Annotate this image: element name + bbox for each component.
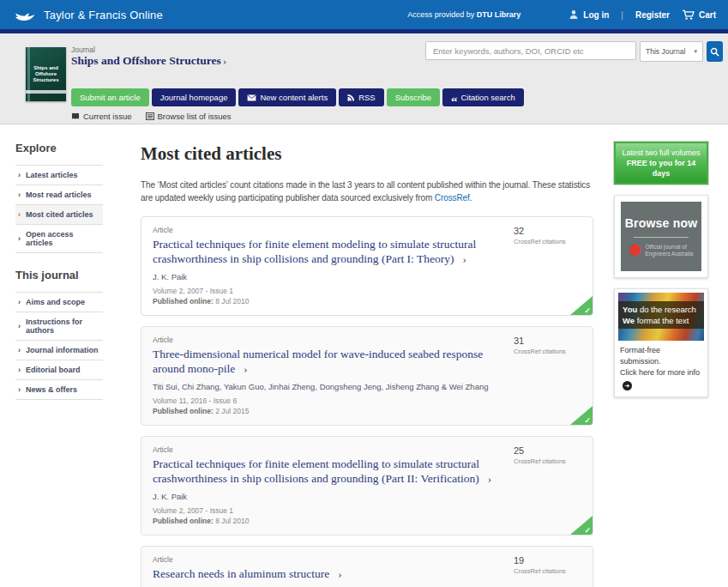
format-banner-artwork: You do the research We format the text xyxy=(618,293,704,341)
page-description: The ‘Most cited articles’ count citation… xyxy=(141,179,593,204)
journal-cover-image[interactable]: Ships and Offshore Structures xyxy=(26,47,66,101)
crossref-link[interactable]: CrossRef xyxy=(435,193,470,203)
cart-icon xyxy=(682,9,695,21)
sidebar-item-editorial-board[interactable]: › Editorial board xyxy=(15,360,103,380)
issue-links-row: Current issue Browse list of issues xyxy=(71,112,232,121)
subscribe-button[interactable]: Subscribe xyxy=(387,88,440,106)
sidebar-item-most-cited-articles[interactable]: › Most cited articles xyxy=(15,205,103,225)
page-title: Most cited articles xyxy=(141,143,593,165)
taylor-francis-logo-icon xyxy=(13,8,37,22)
arrow-right-icon: ➜ xyxy=(623,381,632,390)
chevron-right-icon: › xyxy=(488,472,491,485)
chevron-right-icon: › xyxy=(18,171,21,179)
article-type-label: Article xyxy=(153,555,507,564)
access-org: DTU Library xyxy=(477,10,521,19)
browse-now-banner[interactable]: Browse now ⬢ Official journal of Enginee… xyxy=(614,195,708,278)
taylor-francis-home-link[interactable]: Taylor & Francis Online xyxy=(13,8,163,22)
article-issue-link[interactable]: Volume 11, 2016 - Issue 6 xyxy=(153,396,507,405)
article-title-link[interactable]: Practical techniques for finite element … xyxy=(153,457,507,486)
article-type-label: Article xyxy=(153,445,507,454)
chevron-right-icon: › xyxy=(462,252,466,265)
this-journal-list: › Aims and scope › Instructions for auth… xyxy=(15,292,103,400)
article-title-link[interactable]: Three-dimensional numerical model for wa… xyxy=(153,347,507,376)
divider xyxy=(634,237,689,238)
cart-link[interactable]: Cart xyxy=(682,9,716,21)
book-icon xyxy=(71,112,80,120)
article-card: Article Three-dimensional numerical mode… xyxy=(141,326,593,426)
search-input[interactable] xyxy=(425,41,636,60)
chevron-right-icon: › xyxy=(18,322,21,330)
journal-actions-row: Submit an article Journal homepage New c… xyxy=(71,88,524,106)
login-link[interactable]: Log in xyxy=(569,9,609,20)
chevron-right-icon: › xyxy=(18,234,21,243)
article-list: Article Practical techniques for finite … xyxy=(141,216,593,587)
format-banner-caption: Format-free submission. Click here for m… xyxy=(618,341,704,393)
chevron-down-icon: ▾ xyxy=(694,48,697,55)
submit-article-button[interactable]: Submit an article xyxy=(71,88,149,106)
citation-count-block: 31 CrossRef citations xyxy=(514,336,582,355)
free-trial-banner[interactable]: Latest two full volumes FREE to you for … xyxy=(614,142,708,185)
page-content: Explore › Latest articles › Most read ar… xyxy=(0,124,728,587)
citation-count-label: CrossRef citations xyxy=(514,457,582,465)
chevron-right-icon: › xyxy=(244,362,247,375)
right-rail: Latest two full volumes FREE to you for … xyxy=(614,142,708,397)
search-area: This Journal ▾ xyxy=(425,41,723,62)
search-button[interactable] xyxy=(707,41,723,62)
citation-count-label: CrossRef citations xyxy=(514,238,582,245)
explore-list: › Latest articles › Most read articles ›… xyxy=(15,165,103,253)
sidebar: Explore › Latest articles › Most read ar… xyxy=(15,142,103,400)
current-issue-link[interactable]: Current issue xyxy=(71,112,132,121)
format-free-banner[interactable]: You do the research We format the text F… xyxy=(614,288,708,397)
article-issue-link[interactable]: Volume 2, 2007 - Issue 1 xyxy=(153,287,507,295)
article-issue-link[interactable]: Volume 2, 2007 - Issue 1 xyxy=(153,506,507,515)
chevron-right-icon: › xyxy=(18,385,21,394)
article-title-link[interactable]: Practical techniques for finite element … xyxy=(153,237,507,266)
article-published: Published online: 8 Jul 2010 xyxy=(153,297,507,306)
sidebar-item-latest-articles[interactable]: › Latest articles xyxy=(15,166,103,185)
divider: | xyxy=(621,10,623,20)
list-icon xyxy=(146,112,154,120)
sidebar-item-news-offers[interactable]: › News & offers xyxy=(15,380,103,400)
chevron-right-icon: › xyxy=(18,366,21,374)
browse-now-label: Browse now xyxy=(625,216,697,230)
sidebar-item-most-read-articles[interactable]: › Most read articles xyxy=(15,185,103,205)
sidebar-heading-this-journal: This journal xyxy=(15,269,103,281)
sidebar-item-journal-information[interactable]: › Journal information xyxy=(15,341,103,360)
sidebar-item-aims-and-scope[interactable]: › Aims and scope xyxy=(15,293,103,312)
article-authors: Titi Sui, Chi Zhang, Yakun Guo, Jinhai Z… xyxy=(153,382,507,391)
browse-issues-link[interactable]: Browse list of issues xyxy=(146,112,232,121)
article-authors: J. K. Paik xyxy=(153,272,507,281)
top-right-links: Access provided by DTU Library Log in | … xyxy=(407,9,716,21)
new-content-alerts-button[interactable]: New content alerts xyxy=(238,88,336,106)
rss-button[interactable]: RSS xyxy=(339,88,384,106)
chevron-right-icon: › xyxy=(223,54,227,67)
citation-search-button[interactable]: “ Citation search xyxy=(442,88,524,106)
citation-count-block: 25 CrossRef citations xyxy=(514,445,582,465)
chevron-right-icon: › xyxy=(18,210,21,219)
sidebar-item-open-access-articles[interactable]: › Open access articles xyxy=(15,225,103,253)
article-card: Article Practical techniques for finite … xyxy=(141,216,593,316)
top-navigation-bar: Taylor & Francis Online Access provided … xyxy=(0,0,728,29)
sidebar-item-instructions-for-authors[interactable]: › Instructions for authors xyxy=(15,312,103,341)
brand-title: Taylor & Francis Online xyxy=(44,9,163,21)
user-icon xyxy=(569,9,579,20)
journal-title-link[interactable]: Ships and Offshore Structures› xyxy=(71,54,226,68)
main-content: Most cited articles The ‘Most cited arti… xyxy=(141,135,593,587)
citation-count: 31 xyxy=(514,336,582,346)
access-provided-text: Access provided by DTU Library xyxy=(407,10,520,19)
journal-header-band: Ships and Offshore Structures Journal Sh… xyxy=(0,33,728,124)
journal-kicker-label: Journal xyxy=(71,45,95,54)
citation-count-block: 32 CrossRef citations xyxy=(514,226,582,245)
sidebar-heading-explore: Explore xyxy=(15,142,103,154)
chevron-right-icon: › xyxy=(18,191,21,199)
article-published: Published online: 2 Jul 2015 xyxy=(153,407,507,415)
browse-banner-caption: Official journal of Engineers Australia xyxy=(645,244,693,257)
register-link[interactable]: Register xyxy=(635,10,670,20)
journal-homepage-button[interactable]: Journal homepage xyxy=(152,88,237,106)
engineers-australia-logo-icon: ⬢ xyxy=(629,245,642,257)
article-title-link[interactable]: Research needs in aluminum structure› xyxy=(153,566,507,581)
citation-count: 19 xyxy=(514,555,582,566)
search-scope-dropdown[interactable]: This Journal ▾ xyxy=(640,41,703,62)
article-type-label: Article xyxy=(153,226,507,234)
chevron-right-icon: › xyxy=(338,567,341,580)
